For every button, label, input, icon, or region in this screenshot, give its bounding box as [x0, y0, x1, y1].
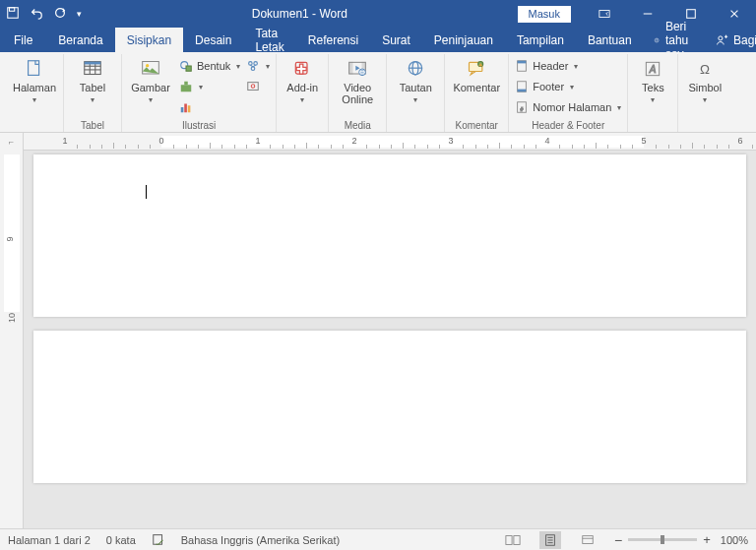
- vertical-ruler[interactable]: 910: [0, 151, 24, 528]
- svg-rect-25: [181, 85, 192, 92]
- workspace: 910: [0, 151, 756, 528]
- svg-rect-26: [184, 82, 188, 86]
- svg-rect-20: [85, 62, 101, 65]
- redo-icon[interactable]: [53, 6, 67, 23]
- tab-peninjauan[interactable]: Peninjauan: [422, 28, 505, 52]
- zoom-in-button[interactable]: +: [703, 532, 711, 547]
- tab-tataletak[interactable]: Tata Letak: [243, 28, 295, 52]
- quick-access-toolbar: ▾: [6, 6, 82, 23]
- halaman-button[interactable]: Halaman▾: [12, 56, 57, 106]
- text-icon: A: [639, 58, 666, 80]
- tautan-button[interactable]: Tautan▾: [393, 56, 438, 106]
- ribbon: Halaman▾ Tabel▾ Tabel Gambar▾ Bentuk▾ ▾: [0, 52, 756, 133]
- svg-text:A: A: [649, 64, 657, 75]
- group-ilustrasi-label: Ilustrasi: [182, 118, 216, 132]
- status-words[interactable]: 0 kata: [106, 534, 136, 546]
- svg-rect-1: [10, 7, 15, 11]
- komentar-button[interactable]: + Komentar: [451, 56, 502, 93]
- svg-rect-47: [518, 61, 527, 64]
- group-teks: A Teks▾: [628, 54, 678, 132]
- group-tautan: Tautan▾: [387, 54, 445, 132]
- ruler-bar: ⌐ 10123456: [0, 133, 756, 151]
- svg-text:#: #: [521, 106, 524, 112]
- svg-rect-28: [184, 104, 187, 113]
- view-read-icon[interactable]: [502, 531, 524, 549]
- window-title: Dokumen1 - Word: [82, 7, 518, 21]
- svg-rect-3: [599, 11, 609, 18]
- document-area[interactable]: [24, 151, 756, 528]
- ribbon-options-icon[interactable]: [583, 0, 626, 28]
- tab-surat[interactable]: Surat: [370, 28, 422, 52]
- group-header-footer: Header▾ Footer▾ #Nomor Halaman▾ Header &…: [509, 54, 628, 132]
- addin-icon: [288, 58, 316, 80]
- tab-bantuan[interactable]: Bantuan: [576, 28, 644, 52]
- zoom-slider[interactable]: [628, 538, 697, 541]
- undo-icon[interactable]: [30, 6, 43, 23]
- addin-button[interactable]: Add-in▾: [283, 56, 322, 106]
- smartart-button[interactable]: ▾: [246, 57, 270, 75]
- group-komentar-label: Komentar: [456, 118, 498, 132]
- teks-button[interactable]: A Teks▾: [634, 56, 671, 106]
- bentuk-button[interactable]: Bentuk▾: [179, 57, 240, 75]
- svg-rect-62: [583, 535, 594, 543]
- zoom-level[interactable]: 100%: [721, 534, 748, 546]
- simbol-button[interactable]: Ω Simbol▾: [684, 56, 725, 106]
- tab-desain[interactable]: Desain: [183, 28, 243, 52]
- svg-point-31: [254, 62, 258, 66]
- nomor-halaman-button[interactable]: #Nomor Halaman▾: [515, 98, 621, 116]
- svg-point-32: [252, 67, 256, 71]
- svg-rect-57: [514, 535, 520, 544]
- screenshot-button[interactable]: [246, 78, 270, 95]
- svg-rect-33: [248, 83, 259, 91]
- icons-button[interactable]: ▾: [179, 78, 240, 95]
- tab-referensi[interactable]: Referensi: [296, 28, 370, 52]
- group-media: Video Online Media: [329, 54, 387, 132]
- gambar-button[interactable]: Gambar▾: [128, 56, 173, 106]
- group-ilustrasi: Gambar▾ Bentuk▾ ▾ ▾ Ilustrasi: [122, 54, 277, 132]
- share-label: Bagikan: [733, 33, 756, 47]
- save-icon[interactable]: [6, 6, 20, 23]
- zoom-out-button[interactable]: −: [614, 532, 622, 548]
- group-simbol: Ω Simbol▾: [678, 54, 731, 132]
- ruler-corner[interactable]: ⌐: [0, 133, 24, 151]
- svg-point-34: [252, 85, 256, 89]
- horizontal-ruler[interactable]: 10123456: [24, 133, 756, 150]
- tab-file[interactable]: File: [6, 28, 46, 52]
- zoom-controls: − + 100%: [614, 532, 748, 548]
- group-addin: Add-in▾: [277, 54, 329, 132]
- page-icon: [21, 58, 48, 80]
- group-komentar: + Komentar Komentar: [445, 54, 509, 132]
- menu-tabs: File Beranda Sisipkan Desain Tata Letak …: [0, 28, 756, 52]
- status-proofing-icon[interactable]: [152, 532, 165, 548]
- footer-button[interactable]: Footer▾: [515, 78, 621, 95]
- page-2[interactable]: [33, 331, 746, 483]
- tell-me-search[interactable]: Beri tahu say: [644, 28, 706, 52]
- video-icon: [344, 58, 371, 80]
- tab-sisipkan[interactable]: Sisipkan: [115, 28, 183, 52]
- chart-button[interactable]: [179, 98, 240, 116]
- header-button[interactable]: Header▾: [515, 57, 621, 75]
- status-bar: Halaman 1 dari 2 0 kata Bahasa Inggris (…: [0, 528, 756, 550]
- tab-beranda[interactable]: Beranda: [46, 28, 114, 52]
- svg-rect-29: [188, 105, 191, 112]
- signin-button[interactable]: Masuk: [518, 6, 571, 23]
- view-print-icon[interactable]: [539, 531, 561, 549]
- svg-rect-49: [518, 90, 527, 92]
- share-button[interactable]: Bagikan: [706, 28, 756, 52]
- group-tabel-label: Tabel: [81, 118, 104, 132]
- video-button[interactable]: Video Online: [335, 56, 380, 105]
- minimize-icon[interactable]: [626, 0, 669, 28]
- group-tabel: Tabel▾ Tabel: [64, 54, 122, 132]
- close-icon[interactable]: [713, 0, 756, 28]
- table-icon: [79, 58, 106, 80]
- status-language[interactable]: Bahasa Inggris (Amerika Serikat): [181, 534, 340, 546]
- svg-rect-56: [506, 535, 512, 544]
- page-1[interactable]: [33, 154, 746, 317]
- text-cursor: [146, 185, 147, 199]
- tabel-button[interactable]: Tabel▾: [70, 56, 115, 106]
- view-web-icon[interactable]: [577, 531, 598, 549]
- status-page[interactable]: Halaman 1 dari 2: [8, 534, 91, 546]
- comment-icon: +: [463, 58, 490, 80]
- svg-point-30: [249, 62, 253, 66]
- tab-tampilan[interactable]: Tampilan: [505, 28, 576, 52]
